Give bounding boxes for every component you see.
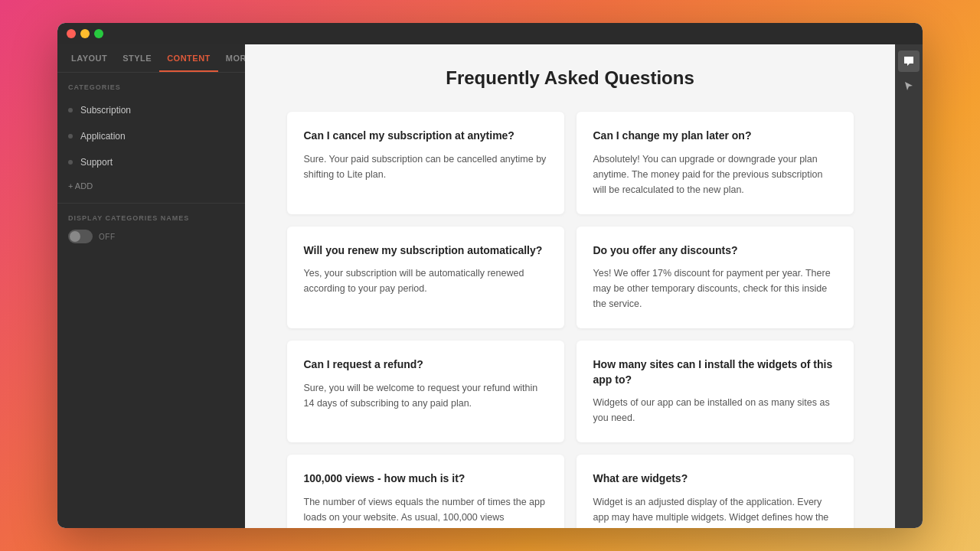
category-name-application: Application (80, 131, 204, 142)
side-icon-panel (895, 44, 923, 528)
toggle-row: OFF (68, 230, 234, 243)
add-category-button[interactable]: + ADD (57, 175, 245, 197)
close-button[interactable] (67, 29, 76, 38)
faq-area: Frequently Asked Questions Can I cancel … (256, 44, 884, 528)
titlebar (57, 23, 923, 44)
faq-title: Frequently Asked Questions (287, 67, 854, 89)
faq-card-7: What are widgets? Widget is an adjusted … (577, 455, 854, 528)
tab-layout[interactable]: LAYOUT (64, 44, 115, 72)
faq-answer-7: Widget is an adjusted display of the app… (593, 494, 837, 528)
minimize-button[interactable] (80, 29, 90, 38)
tab-more[interactable]: MORE (218, 44, 245, 72)
tab-bar: LAYOUT STYLE CONTENT MORE (57, 44, 245, 73)
faq-answer-4: Sure, you will be welcome to request you… (304, 380, 547, 411)
toggle-knob (70, 231, 80, 242)
copy-category-application[interactable]: ⧉ (204, 129, 217, 143)
faq-question-0: Can I cancel my subscription at anytime? (304, 129, 547, 144)
faq-question-3: Do you offer any discounts? (593, 243, 837, 259)
categories-label: CATEGORIES (57, 73, 245, 97)
faq-question-4: Can I request a refund? (304, 357, 547, 373)
category-item-subscription[interactable]: Subscription ⧉ ✕ (57, 97, 245, 123)
faq-answer-6: The number of views equals the number of… (304, 494, 547, 528)
faq-card-4: Can I request a refund? Sure, you will b… (287, 341, 564, 442)
faq-question-2: Will you renew my subscription automatic… (304, 243, 547, 259)
category-dot-support (68, 160, 73, 165)
category-name-subscription: Subscription (80, 105, 204, 116)
faq-card-0: Can I cancel my subscription at anytime?… (287, 112, 564, 214)
display-label: DISPLAY CATEGORIES NAMES (68, 214, 234, 222)
faq-card-1: Can I change my plan later on? Absolutel… (577, 112, 854, 214)
chat-icon-button[interactable] (898, 51, 920, 72)
delete-category-support[interactable]: ✕ (220, 155, 234, 169)
display-section: DISPLAY CATEGORIES NAMES OFF (57, 203, 245, 243)
traffic-lights (67, 29, 103, 38)
delete-category-application[interactable]: ✕ (220, 129, 234, 143)
main-content: Frequently Asked Questions Can I cancel … (245, 44, 895, 528)
faq-answer-0: Sure. Your paid subscription can be canc… (304, 152, 547, 182)
toggle-state-label: OFF (99, 233, 116, 241)
faq-question-6: 100,000 views - how much is it? (304, 471, 547, 487)
copy-category-support[interactable]: ⧉ (204, 155, 217, 169)
faq-card-6: 100,000 views - how much is it? The numb… (287, 455, 564, 528)
window-body: LAYOUT STYLE CONTENT MORE CATEGORIES Sub… (57, 44, 923, 528)
faq-answer-1: Absolutely! You can upgrade or downgrade… (593, 152, 837, 197)
maximize-button[interactable] (94, 29, 103, 38)
tab-content[interactable]: CONTENT (159, 44, 218, 72)
display-names-toggle[interactable] (68, 230, 93, 243)
faq-question-5: How many sites can I install the widgets… (593, 357, 837, 387)
category-name-support: Support (80, 157, 204, 168)
pointer-icon-button[interactable] (898, 75, 920, 96)
tab-style[interactable]: STYLE (115, 44, 159, 72)
faq-card-2: Will you renew my subscription automatic… (287, 227, 564, 329)
faq-question-7: What are widgets? (593, 471, 837, 487)
category-dot-application (68, 134, 73, 139)
faq-card-5: How many sites can I install the widgets… (577, 341, 854, 442)
delete-category-subscription[interactable]: ✕ (220, 103, 234, 117)
sidebar: LAYOUT STYLE CONTENT MORE CATEGORIES Sub… (57, 44, 245, 528)
faq-answer-5: Widgets of our app can be installed on a… (593, 395, 837, 425)
category-item-application[interactable]: Application ⧉ ✕ (57, 123, 245, 149)
faq-answer-2: Yes, your subscription will be automatic… (304, 266, 547, 296)
faq-question-1: Can I change my plan later on? (593, 129, 837, 144)
app-window: LAYOUT STYLE CONTENT MORE CATEGORIES Sub… (57, 23, 923, 528)
faq-grid: Can I cancel my subscription at anytime?… (287, 112, 854, 528)
faq-answer-3: Yes! We offer 17% discount for payment p… (593, 266, 837, 311)
faq-card-3: Do you offer any discounts? Yes! We offe… (577, 227, 854, 329)
category-item-support[interactable]: Support ⧉ ✕ (57, 149, 245, 175)
copy-category-subscription[interactable]: ⧉ (204, 103, 217, 117)
category-dot (68, 108, 73, 112)
